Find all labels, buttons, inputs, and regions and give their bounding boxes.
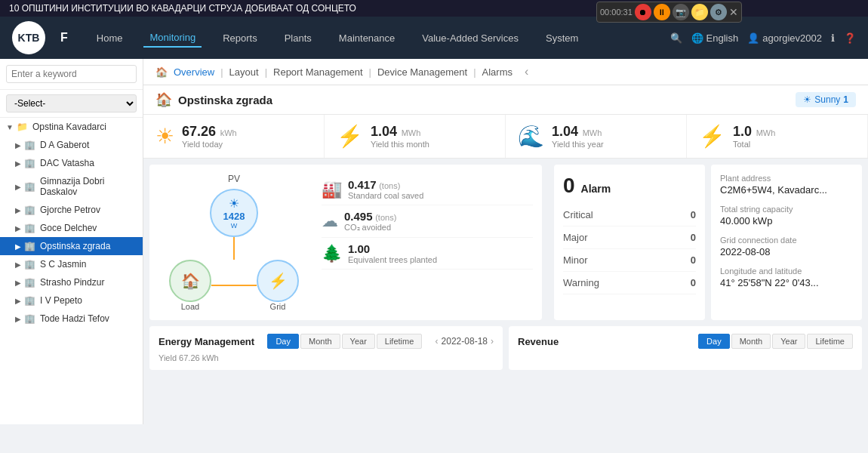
energy-tab-lifetime[interactable]: Lifetime xyxy=(377,334,423,349)
info-grid-date-label: Grid connection date xyxy=(720,236,853,245)
tree-label: Goce Delchev xyxy=(40,223,97,233)
close-icon[interactable]: ✕ xyxy=(729,6,738,18)
sidebar-item-dac-vatasha[interactable]: ▶ 🏢 DAC Vatasha xyxy=(0,154,143,172)
env-coal-label: Standard coal saved xyxy=(348,191,423,200)
info-address-value: C2M6+5W4, Kavadarc... xyxy=(720,184,853,196)
energy-tab-day[interactable]: Day xyxy=(267,334,299,349)
sun-icon: ☀ xyxy=(155,124,174,149)
sidebar-item-iv-pepeto[interactable]: ▶ 🏢 I V Pepeto xyxy=(0,291,143,310)
tree-label: D A Gaberot xyxy=(40,140,89,150)
content-area: 🏠 Overview | Layout | Report Management … xyxy=(143,59,868,424)
date-prev-icon[interactable]: ‹ xyxy=(436,336,439,347)
breadcrumb-alarms[interactable]: Alarms xyxy=(482,66,512,78)
breadcrumb-report-mgmt[interactable]: Report Management xyxy=(273,66,363,78)
expand-icon: ▶ xyxy=(15,260,21,269)
lightning-icon: ⚡ xyxy=(337,124,363,149)
alarm-row-minor: Minor 0 xyxy=(563,249,696,272)
stat-value-month: 1.04 xyxy=(371,124,397,139)
sidebar-item-da-gaberot[interactable]: ▶ 🏢 D A Gaberot xyxy=(0,136,143,154)
sidebar: -Select- ▼ 📁 Opstina Kavadarci ▶ 🏢 D A G… xyxy=(0,59,143,424)
help-icon[interactable]: ❓ xyxy=(844,32,856,44)
revenue-tab-year[interactable]: Year xyxy=(772,334,805,349)
sidebar-item-sc-jasmin[interactable]: ▶ 🏢 S C Jasmin xyxy=(0,255,143,273)
env-coal: 🏭 0.417 (tons) Standard coal saved xyxy=(322,174,533,205)
sidebar-select-container: -Select- xyxy=(0,90,143,118)
stat-unit-year: MWh xyxy=(583,128,602,137)
breadcrumb-device-mgmt[interactable]: Device Management xyxy=(377,66,467,78)
date-next-icon[interactable]: › xyxy=(491,336,494,347)
nav-maintenance[interactable]: Maintenance xyxy=(333,29,401,47)
grid-node: ⚡ xyxy=(257,260,299,302)
username: agorgiev2002 xyxy=(762,32,822,44)
expand-icon: ▶ xyxy=(15,141,21,149)
nav-system[interactable]: System xyxy=(540,29,584,47)
revenue-tab-lifetime[interactable]: Lifetime xyxy=(807,334,853,349)
expand-icon: ▶ xyxy=(15,315,21,323)
brand: F xyxy=(60,31,68,45)
info-address: Plant address C2M6+5W4, Kavadarc... xyxy=(720,174,853,196)
revenue-header: Revenue Day Month Year Lifetime xyxy=(518,334,853,349)
alarm-panel: 0 Alarm Critical 0 Major 0 Minor 0 xyxy=(554,165,705,320)
search-input[interactable] xyxy=(6,65,137,83)
load-node: 🏠 xyxy=(169,260,211,302)
expand-icon: ▶ xyxy=(15,224,21,233)
info-address-label: Plant address xyxy=(720,174,853,183)
sidebar-item-opstinska[interactable]: ▶ 🏢 Opstinska zgrada xyxy=(0,237,143,255)
sidebar-item-tode[interactable]: ▶ 🏢 Tode Hadzi Tefov xyxy=(0,310,143,328)
weather-number: 1 xyxy=(843,94,848,105)
load-label: Load xyxy=(181,302,199,311)
settings-button[interactable]: ⚙ xyxy=(710,4,727,20)
language-label: English xyxy=(706,32,739,44)
alarm-minor-value: 0 xyxy=(691,254,696,266)
sidebar-item-opstina[interactable]: ▼ 📁 Opstina Kavadarci xyxy=(0,118,143,136)
stat-yield-month: ⚡ 1.04 MWh Yield this month xyxy=(325,115,506,158)
alarm-row-major: Major 0 xyxy=(563,226,696,249)
nav-reports[interactable]: Reports xyxy=(217,29,263,47)
env-co2: ☁ 0.495 (tons) CO₂ avoided xyxy=(322,205,533,238)
info-coordinates-value: 41° 25'58"N 22° 0'43... xyxy=(720,277,853,288)
sidebar-item-gimnazija[interactable]: ▶ 🏢 Gimnazija Dobri Daskalov xyxy=(0,172,143,201)
diagram-panel: PV ☀ 1428 W 🏠 Load xyxy=(149,165,542,320)
alarm-row-warning: Warning 0 xyxy=(563,272,696,294)
search-icon[interactable]: 🔍 xyxy=(670,32,682,44)
nav-home[interactable]: Home xyxy=(91,29,129,47)
floating-toolbar: 00:00:31 ⏺ ⏸ 📷 📁 ⚙ ✕ xyxy=(596,2,742,23)
sidebar-item-strasho[interactable]: ▶ 🏢 Strasho Pindzur xyxy=(0,273,143,291)
info-capacity-label: Total string capacity xyxy=(720,205,853,214)
language-selector[interactable]: 🌐 English xyxy=(691,32,739,44)
logo: KTB xyxy=(12,21,45,54)
nav-plants[interactable]: Plants xyxy=(279,29,318,47)
info-icon[interactable]: ℹ xyxy=(831,32,835,44)
user-menu[interactable]: 👤 agorgiev2002 xyxy=(747,32,822,44)
breadcrumb-overview[interactable]: Overview xyxy=(174,66,214,78)
camera-button[interactable]: 📷 xyxy=(673,4,689,20)
weather-badge: ☀ Sunny 1 xyxy=(796,92,856,107)
nav-monitoring[interactable]: Monitoring xyxy=(143,29,202,48)
sidebar-select[interactable]: -Select- xyxy=(6,94,137,112)
building-icon: 🏢 xyxy=(24,158,35,168)
tree-label: Gimnazija Dobri Daskalov xyxy=(40,176,137,197)
alarm-critical-value: 0 xyxy=(691,209,696,220)
station-name: Opstinska zgrada xyxy=(178,94,272,106)
revenue-tab-day[interactable]: Day xyxy=(698,334,730,349)
home-icon: 🏠 xyxy=(155,66,168,78)
sidebar-item-goce[interactable]: ▶ 🏢 Goce Delchev xyxy=(0,219,143,237)
breadcrumb-layout[interactable]: Layout xyxy=(229,66,259,78)
folder-button[interactable]: 📁 xyxy=(691,4,708,20)
pause-button[interactable]: ⏸ xyxy=(654,4,670,20)
energy-tab-year[interactable]: Year xyxy=(342,334,375,349)
energy-tab-month[interactable]: Month xyxy=(300,334,340,349)
tree-label: Gjorche Petrov xyxy=(40,205,100,215)
record-button[interactable]: ⏺ xyxy=(635,4,651,20)
revenue-card: Revenue Day Month Year Lifetime xyxy=(509,326,862,370)
stat-value-today: 67.26 xyxy=(182,124,216,139)
sidebar-toggle-icon[interactable]: ‹ xyxy=(525,65,528,79)
nav-vas[interactable]: Value-Added Services xyxy=(416,29,525,47)
sidebar-item-gjorche[interactable]: ▶ 🏢 Gjorche Petrov xyxy=(0,201,143,219)
grid-label: Grid xyxy=(270,302,286,311)
expand-icon: ▼ xyxy=(6,123,14,131)
alarm-warning-value: 0 xyxy=(691,277,696,288)
pv-diagram: PV ☀ 1428 W 🏠 Load xyxy=(159,174,309,311)
expand-icon: ▶ xyxy=(15,183,21,191)
revenue-tab-month[interactable]: Month xyxy=(731,334,771,349)
